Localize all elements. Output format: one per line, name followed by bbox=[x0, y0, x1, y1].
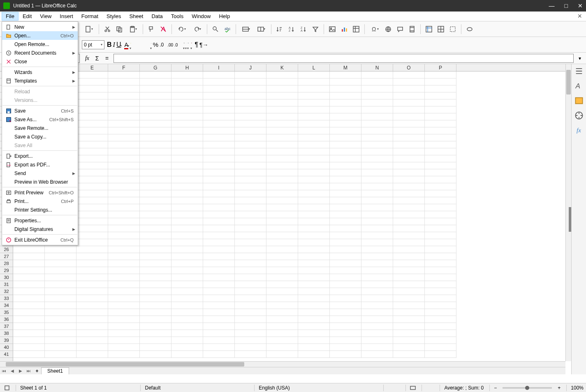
file-menu-print[interactable]: Print...Ctrl+P bbox=[2, 197, 78, 205]
sort-desc-button[interactable]: ZA bbox=[298, 24, 309, 35]
row-header-31[interactable]: 31 bbox=[0, 281, 13, 288]
row-header-37[interactable]: 37 bbox=[0, 323, 13, 330]
number-button[interactable]: .0 bbox=[160, 42, 164, 48]
menu-view[interactable]: View bbox=[36, 12, 56, 21]
file-menu-save[interactable]: SaveCtrl+S bbox=[2, 106, 78, 115]
file-menu-save-remote[interactable]: Save Remote... bbox=[2, 124, 78, 132]
column-header-E[interactable]: E bbox=[76, 64, 108, 71]
tab-prev-button[interactable]: ◀ bbox=[8, 369, 16, 373]
row-header-26[interactable]: 26 bbox=[0, 246, 13, 253]
file-menu-send[interactable]: Send▶ bbox=[2, 169, 78, 178]
signature-status[interactable] bbox=[422, 385, 434, 391]
sort-asc-button[interactable]: AZ bbox=[286, 24, 297, 35]
draw-button[interactable] bbox=[464, 24, 475, 35]
row-header-32[interactable]: 32 bbox=[0, 288, 13, 295]
file-menu-printer-settings[interactable]: Printer Settings... bbox=[2, 205, 78, 214]
tab-next-button[interactable]: ▶ bbox=[16, 369, 25, 373]
file-menu-export[interactable]: Export... bbox=[2, 152, 78, 160]
file-menu-new[interactable]: New▶ bbox=[2, 23, 78, 31]
border-color-button[interactable]: ▾ bbox=[188, 39, 189, 51]
column-headers[interactable]: CDEFGHIJKLMNOP bbox=[13, 64, 565, 71]
column-header-H[interactable]: H bbox=[171, 64, 203, 71]
file-menu-preview-in-web-browser[interactable]: Preview in Web Browser bbox=[2, 178, 78, 186]
sidebar-navigator-icon[interactable] bbox=[574, 111, 584, 120]
menu-data[interactable]: Data bbox=[147, 12, 167, 21]
hyperlink-button[interactable] bbox=[383, 24, 394, 35]
formatting-marks-button[interactable]: ¶ bbox=[195, 41, 198, 48]
cell-grid[interactable] bbox=[13, 71, 565, 361]
sidebar-handle[interactable] bbox=[569, 207, 571, 232]
clear-formatting-button[interactable] bbox=[158, 24, 169, 35]
file-menu-print-preview[interactable]: Print PreviewCtrl+Shift+O bbox=[2, 188, 78, 197]
highlight-button[interactable]: ▾ bbox=[130, 39, 131, 51]
zoom-out-button[interactable]: − bbox=[489, 385, 497, 391]
file-menu-export-as-pdf[interactable]: PDFExport as PDF... bbox=[2, 160, 78, 169]
row-header-41[interactable]: 41 bbox=[0, 351, 13, 358]
function-wizard-button[interactable]: fx bbox=[83, 54, 91, 62]
zoom-in-button[interactable]: + bbox=[558, 385, 561, 391]
formula-expand-button[interactable]: ▾ bbox=[576, 55, 584, 62]
zoom-slider[interactable] bbox=[503, 387, 552, 389]
column-header-I[interactable]: I bbox=[203, 64, 235, 71]
horizontal-scrollbar[interactable] bbox=[0, 361, 565, 367]
selection-mode[interactable] bbox=[405, 385, 416, 391]
row-header-30[interactable]: 30 bbox=[0, 274, 13, 281]
autofilter-button[interactable] bbox=[310, 24, 321, 35]
underline-button[interactable]: U▾ bbox=[116, 41, 122, 48]
redo-button[interactable]: ▾ bbox=[190, 24, 204, 35]
headers-button[interactable] bbox=[407, 24, 417, 35]
sum-button[interactable]: Σ bbox=[93, 54, 101, 62]
file-menu-properties[interactable]: Properties... bbox=[2, 216, 78, 225]
remove-decimal-button[interactable]: .0 bbox=[174, 42, 178, 48]
equals-button[interactable]: = bbox=[103, 54, 111, 62]
spellcheck-button[interactable]: abc bbox=[222, 24, 233, 35]
file-menu-save-as[interactable]: Save As...Ctrl+Shift+S bbox=[2, 115, 78, 124]
sidebar-gallery-icon[interactable] bbox=[574, 96, 584, 105]
sidebar-styles-icon[interactable]: A bbox=[574, 81, 584, 90]
insert-mode[interactable] bbox=[383, 385, 400, 391]
column-header-O[interactable]: O bbox=[393, 64, 425, 71]
cell-stats[interactable]: Average: ; Sum: 0 bbox=[440, 385, 484, 391]
close-window-button[interactable]: ✕ bbox=[578, 2, 583, 9]
file-menu-save-a-copy[interactable]: Save a Copy... bbox=[2, 132, 78, 141]
row-header-39[interactable]: 39 bbox=[0, 337, 13, 344]
find-button[interactable] bbox=[210, 24, 221, 35]
add-decimal-button[interactable]: .00 bbox=[167, 42, 173, 48]
font-color-button[interactable]: A▾ bbox=[124, 42, 129, 48]
zoom-level[interactable]: 100% bbox=[566, 385, 584, 391]
row-header-38[interactable]: 38 bbox=[0, 330, 13, 337]
row-header-36[interactable]: 36 bbox=[0, 316, 13, 323]
special-char-button[interactable]: Ω▾ bbox=[368, 24, 382, 35]
file-menu-recent-documents[interactable]: Recent Documents▶ bbox=[2, 48, 78, 57]
row-header-28[interactable]: 28 bbox=[0, 260, 13, 267]
paste-button[interactable]: ▾ bbox=[126, 24, 140, 35]
file-menu-digital-signatures[interactable]: Digital Signatures▶ bbox=[2, 225, 78, 233]
tab-first-button[interactable]: ⏮ bbox=[0, 369, 8, 373]
file-menu-exit-libreoffice[interactable]: Exit LibreOfficeCtrl+Q bbox=[2, 235, 78, 244]
maximize-button[interactable]: □ bbox=[565, 2, 568, 9]
sidebar-functions-icon[interactable]: fx bbox=[574, 126, 584, 135]
cut-button[interactable] bbox=[102, 24, 113, 35]
copy-button[interactable] bbox=[114, 24, 125, 35]
column-header-P[interactable]: P bbox=[425, 64, 456, 71]
comment-button[interactable] bbox=[395, 24, 405, 35]
menu-format[interactable]: Format bbox=[77, 12, 102, 21]
pivot-button[interactable] bbox=[351, 24, 361, 35]
font-size-input[interactable]: 0 pt▾ bbox=[82, 40, 104, 49]
column-header-J[interactable]: J bbox=[235, 64, 266, 71]
column-header-L[interactable]: L bbox=[298, 64, 330, 71]
formula-input[interactable] bbox=[113, 54, 574, 63]
percent-button[interactable]: % bbox=[153, 41, 158, 48]
menu-styles[interactable]: Styles bbox=[102, 12, 125, 21]
column-header-M[interactable]: M bbox=[330, 64, 361, 71]
close-document-button[interactable]: × bbox=[575, 12, 584, 21]
sort-button[interactable] bbox=[274, 24, 285, 35]
column-header-K[interactable]: K bbox=[266, 64, 298, 71]
undo-button[interactable]: ▾ bbox=[175, 24, 189, 35]
bold-button[interactable]: B bbox=[107, 41, 112, 48]
row-header-34[interactable]: 34 bbox=[0, 302, 13, 309]
minimize-button[interactable]: — bbox=[549, 2, 555, 9]
borders-button[interactable]: ▾ bbox=[184, 39, 185, 51]
conditional-button[interactable]: ▾ bbox=[191, 39, 192, 51]
currency-button[interactable]: $▾ bbox=[151, 39, 152, 51]
